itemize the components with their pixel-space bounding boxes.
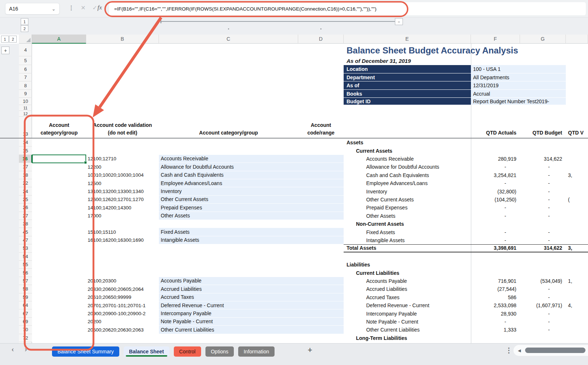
collapse-group-button[interactable]: − xyxy=(395,18,403,25)
report-title[interactable]: Balance Sheet Budget Accuracy Analysis xyxy=(347,45,518,56)
cell-C58[interactable]: Accrued Liabilities xyxy=(159,285,298,293)
cell-G53[interactable]: 314,622 xyxy=(520,244,566,252)
cell-E22[interactable]: Employee Advances/Loans xyxy=(344,179,471,187)
row-header-26[interactable]: 26 xyxy=(19,204,32,212)
info-value-0[interactable]: 100 - USA 1 xyxy=(471,65,566,73)
cell-G59[interactable]: - xyxy=(520,293,566,301)
row-header-54[interactable]: 54 xyxy=(19,253,32,261)
cell-D58[interactable] xyxy=(298,285,344,293)
cell-F59[interactable]: 586 xyxy=(471,293,520,301)
column-header-C[interactable]: C xyxy=(159,35,298,44)
cell-F16[interactable]: 280,919 xyxy=(471,155,520,163)
cell-E15[interactable]: Current Assets xyxy=(344,147,471,155)
column-group-dot[interactable] xyxy=(320,28,321,29)
cell-E57[interactable]: Accounts Payable xyxy=(344,277,471,285)
column-outline-level-2-button[interactable]: 2 xyxy=(21,25,28,32)
header-account-code-range[interactable]: Accountcode/range xyxy=(298,117,344,138)
cell-C18[interactable]: Cash and Cash Equivalents xyxy=(159,171,298,179)
cell-B69[interactable]: 20200 xyxy=(86,318,159,326)
cell-G64[interactable]: (1,607,971) xyxy=(520,301,566,309)
row-header-53[interactable]: 53 xyxy=(19,244,32,252)
cell-C69[interactable]: Note Payable - Current xyxy=(159,318,298,326)
cell-C64[interactable]: Deferred Revenue - Current xyxy=(159,301,298,309)
cell-C47[interactable]: Intangible Assets xyxy=(159,236,298,244)
cell-B64[interactable]: 20701;20701-101;20701-1 xyxy=(86,301,159,309)
cell-F18[interactable]: 3,254,821 xyxy=(471,171,520,179)
cell-B70[interactable]: 20500;20620;20630;2063 xyxy=(86,326,159,334)
row-header-18[interactable]: 18 xyxy=(19,171,32,179)
cell-D26[interactable] xyxy=(298,204,344,212)
cell-F70[interactable]: 1,333 xyxy=(471,326,520,334)
cell-E45[interactable]: Fixed Assets xyxy=(344,228,471,236)
row-outline-level-1-button[interactable]: 1 xyxy=(1,36,9,43)
cell-G70[interactable]: - xyxy=(520,326,566,334)
cell-B18[interactable]: 10010;10020;10030;1004 xyxy=(86,171,159,179)
cell-C45[interactable]: Fixed Assets xyxy=(159,228,298,236)
info-value-4[interactable]: Report Budget Number Test2019- xyxy=(471,98,566,105)
row-header-8[interactable]: 8 xyxy=(19,81,32,90)
cell-F22[interactable]: - xyxy=(471,179,520,187)
row-header-12[interactable]: 12 xyxy=(19,111,32,117)
row-header-6[interactable]: 6 xyxy=(19,65,32,73)
row-header-67[interactable]: 67 xyxy=(19,309,32,317)
header-account-category-c[interactable]: Account category/group xyxy=(159,117,298,138)
prev-sheet-button[interactable]: ‹ xyxy=(12,346,14,353)
header-account-code-validation[interactable]: Account code validation(do not edit) xyxy=(86,117,159,138)
info-label-3[interactable]: Books xyxy=(344,90,471,98)
row-header-4[interactable]: 4 xyxy=(19,44,32,56)
enter-icon[interactable]: ✓ xyxy=(92,4,97,11)
cell-C67[interactable]: Intercompany Payable xyxy=(159,309,298,317)
cell-D70[interactable] xyxy=(298,326,344,334)
cell-B24[interactable]: 13100;13200;13300;1340 xyxy=(86,187,159,195)
column-header-E[interactable]: E xyxy=(344,35,471,44)
name-box[interactable]: A16 ⌄ xyxy=(5,3,60,15)
row-header-22[interactable]: 22 xyxy=(19,179,32,187)
cell-C16[interactable]: Accounts Receivable xyxy=(159,155,298,163)
info-label-4[interactable]: Budget ID xyxy=(344,98,471,105)
row-header-9[interactable]: 9 xyxy=(19,90,32,98)
cell-G17[interactable]: - xyxy=(520,163,566,171)
row-header-11[interactable]: 11 xyxy=(19,105,32,111)
cell-B59[interactable]: 20610;20650;99999 xyxy=(86,293,159,301)
cell-H18[interactable]: 3, xyxy=(566,171,588,179)
cell-G27[interactable]: - xyxy=(520,212,566,220)
cell-E56[interactable]: Current Liabilities xyxy=(344,269,471,277)
cell-E25[interactable]: Other Current Assets xyxy=(344,196,471,204)
cell-C70[interactable]: Other Current Liabilities xyxy=(159,326,298,334)
row-header-55[interactable]: 55 xyxy=(19,261,32,269)
header-qtd-variance[interactable]: QTD V xyxy=(566,117,588,138)
row-header-47[interactable]: 47 xyxy=(19,236,32,244)
row-header-45[interactable]: 45 xyxy=(19,228,32,236)
cell-H57[interactable]: 1, xyxy=(566,277,588,285)
cell-G58[interactable]: - xyxy=(520,285,566,293)
cell-C57[interactable]: Accounts Payable xyxy=(159,277,298,285)
info-value-1[interactable]: All Departments xyxy=(471,73,566,81)
scroll-left-icon[interactable]: ◀ xyxy=(518,348,521,353)
cell-F67[interactable]: 28,930 xyxy=(471,309,520,317)
column-header-G[interactable]: G xyxy=(520,35,566,44)
cell-G16[interactable]: 314,622 xyxy=(520,155,566,163)
cell-F24[interactable]: (32,800) xyxy=(471,187,520,195)
row-header-27[interactable]: 27 xyxy=(19,212,32,220)
cell-G26[interactable]: - xyxy=(520,204,566,212)
cell-F47[interactable]: - xyxy=(471,236,520,244)
expand-group-button[interactable]: + xyxy=(1,47,9,54)
cell-F45[interactable]: - xyxy=(471,228,520,236)
header-qtd-actuals[interactable]: QTD Actuals xyxy=(471,117,520,138)
insert-function-icon[interactable]: fx xyxy=(97,4,102,11)
cell-C26[interactable]: Prepaid Expenses xyxy=(159,204,298,212)
row-header-17[interactable]: 17 xyxy=(19,163,32,171)
cell-G24[interactable]: - xyxy=(520,187,566,195)
cell-E64[interactable]: Deferred Revenue - Current xyxy=(344,301,471,309)
row-outline-level-2-button[interactable]: 2 xyxy=(9,36,17,43)
info-label-1[interactable]: Department xyxy=(344,73,471,81)
cell-D67[interactable] xyxy=(298,309,344,317)
row-header-13[interactable]: 13 xyxy=(19,117,32,138)
next-sheet-button[interactable]: › xyxy=(25,346,27,353)
cell-C25[interactable]: Other Current Assets xyxy=(159,196,298,204)
chevron-down-icon[interactable]: ⌄ xyxy=(52,6,56,12)
sheet-menu-dots-icon[interactable]: ⋮ xyxy=(505,346,512,354)
info-value-3[interactable]: Accrual xyxy=(471,90,566,98)
cell-E69[interactable]: Note Payable - Current xyxy=(344,318,471,326)
column-header-D[interactable]: D xyxy=(298,35,344,44)
